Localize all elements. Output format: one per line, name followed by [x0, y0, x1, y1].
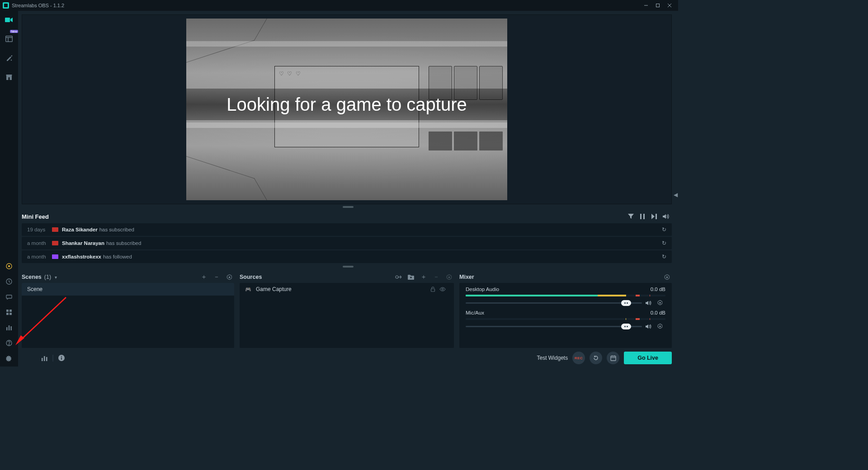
source-name: Game Capture	[256, 286, 292, 292]
feed-skip-icon[interactable]	[648, 211, 660, 222]
platform-icon	[52, 227, 58, 232]
slider-thumb[interactable]	[621, 300, 631, 306]
feed-time: 19 days	[27, 227, 52, 232]
feed-action: has subscribed	[106, 240, 662, 246]
feed-filter-icon[interactable]	[625, 211, 637, 222]
svg-point-34	[666, 276, 667, 277]
svg-rect-19	[6, 327, 8, 330]
footer: | Test Widgets REC Go Live	[36, 349, 678, 367]
mute-icon[interactable]	[646, 324, 654, 329]
preview-resize-grip[interactable]	[343, 206, 354, 208]
gamepad-icon: 🎮	[245, 287, 252, 292]
sources-mic-icon[interactable]	[393, 272, 403, 282]
help-icon[interactable]	[4, 338, 14, 348]
scenes-dropdown-icon[interactable]: ▾	[55, 275, 57, 280]
svg-rect-32	[431, 289, 435, 291]
footer-info-icon[interactable]	[58, 355, 65, 361]
audio-meter	[466, 295, 665, 296]
sources-settings-icon	[444, 272, 454, 282]
app-logo-icon	[3, 2, 9, 9]
feed-pause-icon[interactable]	[637, 211, 648, 222]
scene-row[interactable]: Scene	[22, 283, 234, 296]
slider-thumb[interactable]	[621, 324, 631, 329]
feed-volume-icon[interactable]	[660, 211, 672, 222]
feed-user: Shankar Narayan	[62, 240, 104, 246]
feed-resize-grip[interactable]	[343, 266, 354, 268]
sources-title: Sources	[240, 274, 262, 280]
scenes-title: Scenes	[22, 274, 42, 280]
titlebar: Streamlabs OBS - 1.1.2	[0, 0, 678, 11]
feed-row: a month xxflashstrokexx has followed ↻	[22, 250, 672, 263]
svg-point-28	[396, 276, 398, 278]
cloudbot-icon[interactable]	[4, 261, 14, 272]
settings-icon[interactable]	[4, 353, 14, 364]
footer-divider: |	[52, 354, 54, 362]
feed-user: xxflashstrokexx	[62, 254, 101, 259]
maximize-button[interactable]	[652, 0, 664, 11]
clock-icon[interactable]	[4, 276, 14, 287]
stats-icon[interactable]	[4, 322, 14, 333]
svg-rect-5	[5, 18, 10, 22]
feed-replay-icon[interactable]: ↻	[662, 226, 666, 233]
hearts-overlay: ♡ ♡ ♡	[279, 70, 302, 77]
source-row[interactable]: 🎮 Game Capture	[240, 283, 454, 296]
feed-replay-icon[interactable]: ↻	[662, 240, 666, 246]
mixer-settings-icon[interactable]	[662, 272, 672, 282]
svg-point-9	[11, 60, 12, 61]
preview-area[interactable]: ♡ ♡ ♡ Looking for a game to capture	[22, 14, 672, 204]
feed-action: has followed	[103, 254, 662, 259]
record-button[interactable]: REC	[572, 352, 585, 364]
svg-rect-18	[9, 313, 12, 315]
chat-icon[interactable]	[4, 291, 14, 302]
svg-rect-20	[9, 325, 10, 330]
svg-rect-43	[611, 356, 616, 361]
svg-point-23	[9, 344, 9, 345]
svg-point-36	[659, 325, 660, 327]
replay-buffer-button[interactable]	[590, 352, 602, 364]
appstore-tab-icon[interactable]	[4, 71, 14, 82]
layouts-tab-icon[interactable]: New	[4, 33, 14, 44]
mixer-level: 0.0 dB	[651, 310, 665, 315]
go-live-button[interactable]: Go Live	[624, 352, 672, 364]
svg-rect-17	[6, 313, 9, 315]
svg-point-42	[61, 356, 62, 357]
schedule-button[interactable]	[607, 352, 619, 364]
svg-rect-25	[643, 214, 645, 219]
mixer-level: 0.0 dB	[651, 287, 665, 292]
svg-point-33	[442, 288, 443, 290]
scenes-remove-icon[interactable]: －	[212, 272, 222, 282]
feed-time: a month	[27, 240, 52, 246]
sources-add-icon[interactable]: ＋	[419, 272, 429, 282]
svg-point-31	[448, 276, 449, 277]
audio-meter	[466, 318, 665, 320]
svg-rect-41	[61, 357, 62, 360]
sources-folder-icon[interactable]	[406, 272, 416, 282]
feed-replay-icon[interactable]: ↻	[662, 254, 666, 260]
mini-feed: Mini Feed 19 days Raza Sikander has subs…	[22, 210, 672, 264]
source-visibility-icon[interactable]	[439, 287, 448, 291]
svg-rect-39	[46, 357, 47, 361]
svg-rect-6	[6, 36, 13, 42]
scenes-add-icon[interactable]: ＋	[199, 272, 209, 282]
mixer-item-settings-icon[interactable]	[657, 324, 665, 329]
svg-rect-24	[640, 214, 642, 219]
platform-icon	[52, 254, 58, 259]
scenes-settings-icon[interactable]	[224, 272, 234, 282]
volume-slider[interactable]	[466, 326, 642, 327]
feed-row: 19 days Raza Sikander has subscribed ↻	[22, 223, 672, 236]
close-button[interactable]	[664, 0, 675, 11]
dashboard-icon[interactable]	[4, 307, 14, 318]
source-lock-icon[interactable]	[430, 287, 439, 292]
mute-icon[interactable]	[646, 301, 654, 306]
svg-point-13	[9, 266, 10, 267]
minimize-button[interactable]	[640, 0, 652, 11]
collapse-right-icon[interactable]: ◀	[673, 192, 678, 198]
footer-stats-icon[interactable]	[42, 355, 47, 361]
editor-tab-icon[interactable]	[4, 14, 14, 25]
sidebar: New	[0, 11, 18, 367]
volume-slider[interactable]	[466, 302, 642, 304]
mixer-item-settings-icon[interactable]	[657, 300, 665, 306]
test-widgets-button[interactable]: Test Widgets	[537, 355, 568, 361]
mini-feed-title: Mini Feed	[22, 213, 625, 220]
themes-tab-icon[interactable]	[4, 52, 14, 63]
